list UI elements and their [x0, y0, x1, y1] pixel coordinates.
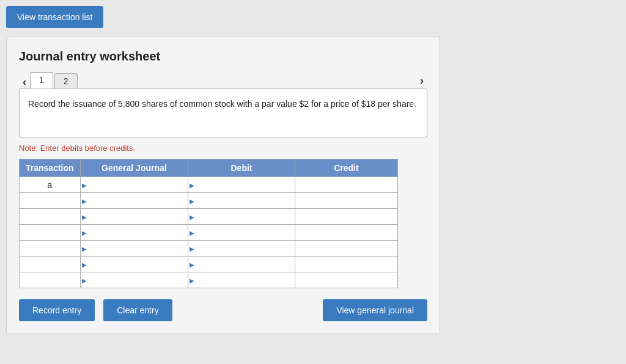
tabs-row: ‹ 1 2 › — [19, 72, 427, 89]
worksheet-container: Journal entry worksheet ‹ 1 2 › Record t… — [6, 37, 440, 334]
table-row — [20, 257, 398, 272]
general-journal-cell-3[interactable] — [80, 225, 188, 241]
view-transaction-button[interactable]: View transaction list — [6, 6, 103, 28]
credit-cell-4[interactable] — [295, 241, 397, 257]
worksheet-title: Journal entry worksheet — [19, 49, 427, 64]
debit-cell-2[interactable] — [188, 209, 295, 225]
table-row — [20, 272, 398, 288]
credit-cell-1[interactable] — [295, 193, 397, 209]
general-journal-input-3[interactable] — [86, 225, 188, 240]
debit-input-0[interactable] — [193, 177, 295, 192]
table-row: a — [20, 177, 398, 193]
credit-input-2[interactable] — [295, 209, 397, 224]
record-entry-button[interactable]: Record entry — [19, 299, 95, 321]
credit-cell-0[interactable] — [295, 177, 397, 193]
table-row — [20, 225, 398, 241]
general-journal-input-4[interactable] — [86, 241, 188, 256]
transaction-cell-0: a — [20, 177, 81, 193]
clear-entry-button[interactable]: Clear entry — [103, 299, 172, 321]
button-row: Record entry Clear entry View general jo… — [19, 299, 427, 321]
general-journal-input-2[interactable] — [86, 209, 188, 224]
general-journal-cell-5[interactable] — [80, 257, 188, 272]
table-row — [20, 193, 398, 209]
debit-cell-1[interactable] — [188, 193, 295, 209]
general-journal-cell-2[interactable] — [80, 209, 188, 225]
debit-input-5[interactable] — [193, 257, 295, 272]
credit-input-4[interactable] — [295, 241, 397, 256]
debit-input-1[interactable] — [193, 193, 295, 208]
col-header-credit: Credit — [295, 159, 397, 177]
credit-input-5[interactable] — [295, 257, 397, 272]
transaction-cell-3 — [20, 225, 81, 241]
debit-cell-5[interactable] — [188, 257, 295, 272]
col-header-debit: Debit — [188, 159, 295, 177]
transaction-cell-5 — [20, 257, 81, 272]
credit-input-3[interactable] — [295, 225, 397, 240]
tab-next-button[interactable]: › — [416, 73, 427, 89]
col-header-general-journal: General Journal — [80, 159, 188, 177]
credit-cell-2[interactable] — [295, 209, 397, 225]
col-header-transaction: Transaction — [20, 159, 81, 177]
credit-input-1[interactable] — [295, 193, 397, 208]
transaction-cell-6 — [20, 272, 81, 288]
journal-table: Transaction General Journal Debit Credit… — [19, 159, 398, 288]
debit-cell-0[interactable] — [188, 177, 295, 193]
general-journal-input-0[interactable] — [86, 177, 188, 192]
transaction-cell-4 — [20, 241, 81, 257]
credit-cell-5[interactable] — [295, 257, 397, 272]
credit-cell-3[interactable] — [295, 225, 397, 241]
general-journal-input-5[interactable] — [86, 257, 188, 272]
note-text: Note: Enter debits before credits. — [19, 144, 427, 153]
description-text: Record the issuance of 5,800 shares of c… — [28, 98, 418, 111]
view-general-journal-button[interactable]: View general journal — [323, 299, 427, 321]
tab-prev-button[interactable]: ‹ — [19, 75, 30, 89]
debit-input-4[interactable] — [193, 241, 295, 256]
general-journal-cell-0[interactable] — [80, 177, 188, 193]
debit-cell-4[interactable] — [188, 241, 295, 257]
general-journal-input-6[interactable] — [86, 272, 188, 288]
transaction-cell-1 — [20, 193, 81, 209]
debit-input-2[interactable] — [193, 209, 295, 224]
tab-1[interactable]: 1 — [30, 72, 53, 89]
debit-input-6[interactable] — [193, 272, 295, 288]
table-row — [20, 209, 398, 225]
debit-cell-6[interactable] — [188, 272, 295, 288]
general-journal-cell-6[interactable] — [80, 272, 188, 288]
credit-input-0[interactable] — [295, 177, 397, 192]
general-journal-cell-1[interactable] — [80, 193, 188, 209]
tab-2[interactable]: 2 — [54, 73, 78, 89]
transaction-cell-2 — [20, 209, 81, 225]
credit-cell-6[interactable] — [295, 272, 397, 288]
general-journal-cell-4[interactable] — [80, 241, 188, 257]
debit-cell-3[interactable] — [188, 225, 295, 241]
credit-input-6[interactable] — [295, 272, 397, 288]
table-row — [20, 241, 398, 257]
general-journal-input-1[interactable] — [86, 193, 188, 208]
debit-input-3[interactable] — [193, 225, 295, 240]
tab-content-area: Record the issuance of 5,800 shares of c… — [19, 89, 427, 137]
